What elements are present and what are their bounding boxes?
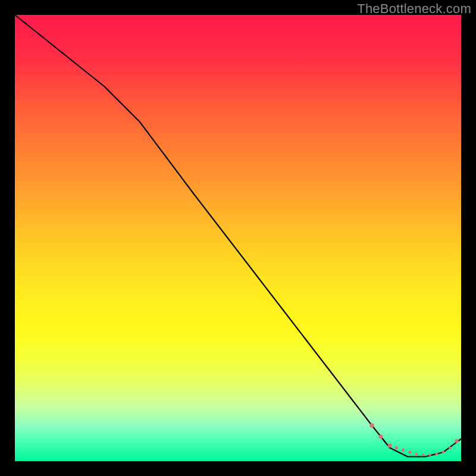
optimal-dot	[422, 453, 425, 456]
optimal-dot	[436, 453, 439, 456]
optimal-dot	[388, 443, 392, 447]
optimal-dot	[369, 423, 374, 428]
optimal-dot	[379, 434, 383, 439]
optimal-dot	[402, 449, 405, 452]
optimal-dot	[449, 446, 452, 449]
optimal-dot	[408, 450, 411, 453]
optimal-dot	[428, 453, 431, 456]
bottleneck-curve	[15, 15, 461, 457]
optimal-dot	[455, 439, 458, 443]
optimal-dot	[442, 451, 445, 454]
optimal-dot	[395, 446, 398, 449]
watermark-text: TheBottleneck.com	[357, 1, 471, 17]
chart-stage: TheBottleneck.com	[0, 0, 476, 476]
chart-overlay-svg	[15, 15, 461, 461]
optimal-dot	[415, 453, 418, 456]
